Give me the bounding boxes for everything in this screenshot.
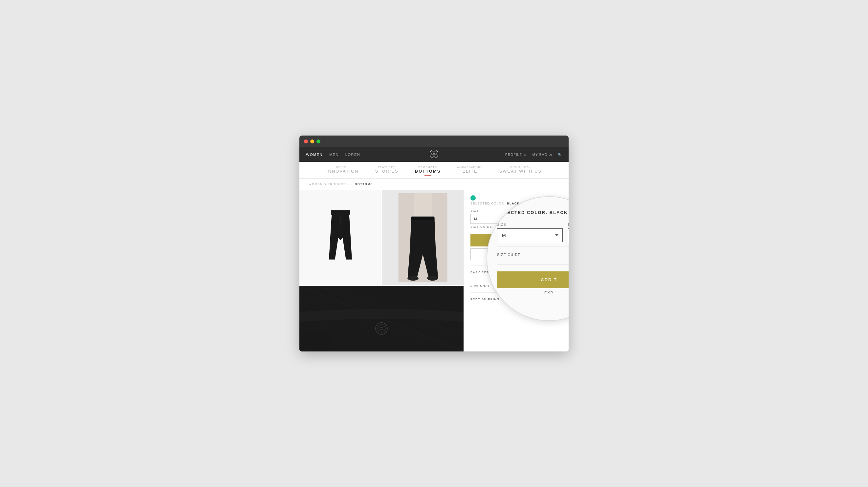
magnify-size-select[interactable]: M XS S L XL (497, 228, 563, 242)
sub-label-design: DESIGN (326, 166, 359, 169)
top-nav: WOMEN MEN LOREN PROFILE ☺ MY BAG 🛍 🔍 (300, 148, 568, 162)
svg-point-0 (430, 150, 438, 158)
closeup-overlay (300, 286, 464, 352)
active-underline (425, 175, 431, 175)
nav-profile[interactable]: PROFILE ☺ (505, 153, 527, 157)
magnify-inseam-label: INSEAM (568, 223, 568, 226)
live-chat-label: LIVE CHAT (470, 284, 490, 288)
browser-dot-yellow[interactable] (310, 139, 314, 143)
magnify-add-button[interactable]: ADD T (497, 271, 568, 288)
sub-title-bottoms: BOTTOMS (415, 169, 441, 173)
image-grid-top (300, 190, 464, 285)
nav-bag[interactable]: MY BAG 🛍 (532, 153, 553, 157)
browser-dot-red[interactable] (304, 139, 308, 143)
free-shipping-label: FREE SHIPPING (470, 298, 500, 301)
magnify-divider2 (497, 264, 568, 265)
breadcrumb-bottoms: BOTTOMS (355, 183, 373, 186)
search-icon: 🔍 (558, 153, 562, 157)
breadcrumb-women[interactable]: WOMAN'S PRODUCTS (309, 183, 348, 186)
breadcrumb: WOMAN'S PRODUCTS › BOTTOMS (300, 178, 568, 190)
color-swatch-teal[interactable] (470, 195, 476, 200)
svg-rect-1 (331, 210, 350, 215)
magnify-express: EXP (497, 291, 568, 295)
svg-point-5 (427, 275, 438, 281)
sub-label-community: COMMUNITY (499, 166, 542, 169)
magnify-size-row: SIZE M XS S L XL INSEAM REGULAR SHORT TA… (497, 223, 568, 242)
sub-nav: DESIGN INNOVATION FEATURES STORIES PRODU… (300, 162, 568, 178)
nav-bag-label: MY BAG (532, 153, 548, 157)
sub-title-stories: STORIES (375, 169, 399, 173)
site-logo[interactable] (429, 149, 439, 160)
nav-profile-label: PROFILE (505, 153, 522, 157)
magnify-add-label: ADD T (541, 277, 557, 282)
svg-rect-6 (411, 217, 434, 220)
pants-closeup-image[interactable] (300, 286, 464, 352)
nav-women[interactable]: WOMEN (306, 153, 323, 157)
magnify-size-guide[interactable]: SIZE GUIDE (497, 253, 568, 257)
sub-nav-innovation[interactable]: DESIGN INNOVATION (326, 166, 359, 175)
nav-men[interactable]: MEN (329, 153, 339, 157)
sub-label-features: FEATURES (375, 166, 399, 169)
sub-nav-sweat[interactable]: COMMUNITY SWEAT WITH US (499, 166, 542, 175)
sub-nav-bottoms[interactable]: PRODUCTS BOTTOMS (415, 166, 441, 175)
magnify-inseam-col: INSEAM REGULAR SHORT TALL (568, 223, 568, 242)
magnify-size-col: SIZE M XS S L XL (497, 223, 563, 242)
sub-nav-elite[interactable]: AMBASSADORS ELITE (457, 166, 483, 175)
sub-title-elite: ELITE (457, 169, 483, 173)
magnify-divider (497, 246, 568, 247)
magnify-size-label: SIZE (497, 223, 563, 226)
sub-label-products: PRODUCTS (415, 166, 441, 169)
breadcrumb-separator: › (351, 183, 352, 186)
top-nav-right: PROFILE ☺ MY BAG 🛍 🔍 (505, 153, 562, 157)
model-photo-image[interactable] (382, 190, 464, 285)
top-nav-left: WOMEN MEN LOREN (306, 153, 360, 157)
bag-icon: 🛍 (549, 153, 553, 157)
magnify-inseam-select[interactable]: REGULAR SHORT TALL (568, 228, 568, 242)
profile-icon: ☺ (523, 153, 527, 157)
sub-title-sweat: SWEAT WITH US (499, 169, 542, 173)
pants-flat-image[interactable] (300, 190, 381, 285)
nav-loren[interactable]: LOREN (345, 153, 360, 157)
browser-dot-green[interactable] (316, 139, 320, 143)
nav-search[interactable]: 🔍 (558, 153, 562, 157)
selected-color-label: SELECTED COLOR: (470, 202, 505, 205)
browser-chrome (300, 135, 568, 148)
product-images (300, 190, 464, 352)
sub-title-innovation: INNOVATION (326, 169, 359, 173)
svg-point-4 (407, 275, 418, 281)
sub-nav-stories[interactable]: FEATURES STORIES (375, 166, 399, 175)
sub-label-ambassadors: AMBASSADORS (457, 166, 483, 169)
